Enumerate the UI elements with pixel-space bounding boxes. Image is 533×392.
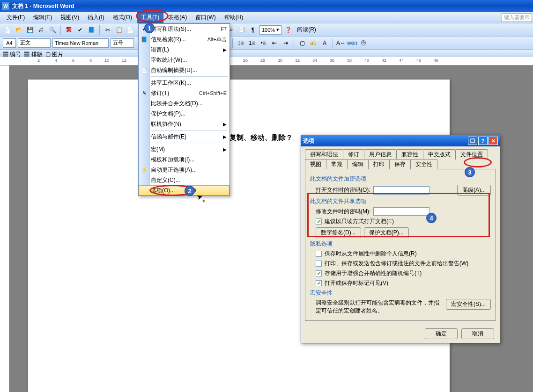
advanced-button[interactable]: 高级(A)... bbox=[457, 185, 491, 196]
zoom-combo[interactable]: 100% ▾ bbox=[259, 25, 281, 35]
priv2-checkbox[interactable] bbox=[316, 261, 322, 267]
line-spacing-icon[interactable]: ‡≡ bbox=[236, 38, 245, 48]
outdent-icon[interactable]: ⇤ bbox=[270, 38, 279, 48]
tab-fileloc[interactable]: 文件位置 bbox=[455, 149, 488, 160]
separator bbox=[232, 38, 233, 48]
tab-print[interactable]: 打印 bbox=[368, 159, 390, 169]
menu-bar: 文件(F) 编辑(E) 视图(V) 插入(I) 格式(O) 工具(T) 表格(A… bbox=[0, 12, 533, 23]
dd-customize[interactable]: 自定义(C)... bbox=[139, 175, 229, 185]
dd-options[interactable]: 选项(O)... bbox=[139, 185, 229, 196]
options-dialog: 选项 ❐ ? ✕ 拼写和语法 修订 用户信息 兼容性 中文版式 文件位置 视图 … bbox=[301, 135, 500, 343]
paste-icon[interactable]: 📄 bbox=[126, 25, 135, 35]
research-icon: 📘 bbox=[141, 36, 148, 43]
research-icon[interactable]: 📘 bbox=[87, 25, 96, 35]
dd-collab[interactable]: 联机协作(N)▶ bbox=[139, 119, 229, 129]
tab-spell[interactable]: 拼写和语法 bbox=[305, 149, 343, 160]
trackchanges-icon: ✎ bbox=[141, 89, 148, 97]
tab-security[interactable]: 安全性 bbox=[410, 159, 437, 169]
menu-insert[interactable]: 插入(I) bbox=[84, 13, 108, 22]
readonly-checkbox[interactable]: ✔ bbox=[316, 218, 322, 225]
tab-save[interactable]: 保存 bbox=[389, 159, 411, 169]
font-color-icon[interactable]: A bbox=[320, 38, 329, 48]
modifypw-input[interactable] bbox=[373, 207, 429, 216]
open-icon[interactable]: 📂 bbox=[14, 25, 23, 35]
tab-track[interactable]: 修订 bbox=[343, 149, 364, 160]
char-scale-icon[interactable]: A↔ bbox=[336, 38, 346, 48]
menu-format[interactable]: 格式(O) bbox=[109, 13, 136, 22]
cut-icon[interactable]: ✂ bbox=[103, 25, 112, 35]
dd-research[interactable]: 📘信息检索(R)...Alt+单击 bbox=[139, 34, 229, 44]
callout-badge-1: 1 bbox=[144, 23, 155, 33]
dd-sharedws[interactable]: 共享工作区(K)... bbox=[139, 78, 229, 88]
dd-wordcount[interactable]: 字数统计(W)... bbox=[139, 55, 229, 65]
show-marks-icon[interactable]: ¶ bbox=[248, 25, 258, 35]
font-combo[interactable]: Times New Roman bbox=[52, 38, 109, 48]
dd-autosummarize[interactable]: 📄自动编制摘要(U)... bbox=[139, 65, 229, 75]
highlight-icon[interactable]: ab bbox=[309, 38, 318, 48]
priv3-checkbox[interactable]: ✔ bbox=[316, 270, 322, 276]
dd-language[interactable]: 语言(L)▶ bbox=[139, 44, 229, 55]
style-combo[interactable]: 正文 bbox=[18, 38, 51, 48]
separator bbox=[99, 25, 100, 35]
spell-icon[interactable]: ✔ bbox=[75, 25, 85, 35]
fontsize-combo[interactable]: 五号 bbox=[111, 38, 134, 48]
priv4-checkbox[interactable]: ✔ bbox=[316, 280, 322, 286]
summary-icon: 📄 bbox=[141, 66, 148, 74]
menu-table[interactable]: 表格(A) bbox=[164, 13, 191, 22]
restore-icon[interactable]: ❐ bbox=[468, 137, 477, 145]
tab-view[interactable]: 视图 bbox=[305, 159, 326, 169]
lightning-icon: ⚡ bbox=[141, 166, 148, 174]
callout-badge-4: 4 bbox=[426, 213, 437, 223]
macrosec-button[interactable]: 宏安全性(S)... bbox=[446, 299, 491, 310]
menu-view[interactable]: 视图(V) bbox=[57, 13, 83, 22]
dialog-tabs: 拼写和语法 修订 用户信息 兼容性 中文版式 文件位置 视图 常规 编辑 打印 … bbox=[301, 146, 500, 169]
menu-tools[interactable]: 工具(T) bbox=[137, 12, 163, 23]
read-button[interactable]: 阅读(R) bbox=[295, 25, 318, 35]
picture-btn[interactable]: ▢ 图片 bbox=[45, 51, 63, 56]
help-search-box[interactable]: 键入需要帮 bbox=[502, 13, 532, 22]
enclose-icon[interactable]: ㊥ bbox=[359, 38, 368, 48]
window-title: 文档 1 - Microsoft Word bbox=[12, 2, 74, 10]
print-icon[interactable]: 🖨 bbox=[37, 25, 46, 35]
tab-compat[interactable]: 兼容性 bbox=[396, 149, 423, 160]
title-bar: W 文档 1 - Microsoft Word bbox=[0, 0, 533, 12]
dd-templates[interactable]: 模板和加载项(I)... bbox=[139, 154, 229, 165]
ok-button[interactable]: 确定 bbox=[425, 328, 458, 339]
menu-file[interactable]: 文件(F) bbox=[3, 13, 29, 22]
preview-icon[interactable]: 🔍 bbox=[48, 25, 57, 35]
menu-edit[interactable]: 编辑(E) bbox=[30, 13, 56, 22]
priv1-checkbox[interactable] bbox=[316, 251, 322, 257]
ruby-icon[interactable]: wén bbox=[348, 38, 357, 48]
docmap-icon[interactable]: 📑 bbox=[237, 25, 246, 35]
openpw-input[interactable] bbox=[373, 186, 429, 195]
tab-general[interactable]: 常规 bbox=[326, 159, 348, 169]
dd-trackchanges[interactable]: ✎修订(T)Ctrl+Shift+E bbox=[139, 88, 229, 98]
digsig-button[interactable]: 数字签名(D)... bbox=[316, 227, 361, 238]
indent-icon[interactable]: ⇥ bbox=[281, 38, 290, 48]
bullet-list-icon[interactable]: •≡ bbox=[259, 38, 268, 48]
cancel-button[interactable]: 取消 bbox=[461, 328, 494, 339]
save-icon[interactable]: 💾 bbox=[25, 25, 35, 35]
close-icon[interactable]: ✕ bbox=[489, 137, 498, 145]
border-icon[interactable]: ▢ bbox=[297, 38, 307, 48]
help-icon[interactable]: ? bbox=[478, 137, 488, 145]
dd-compare[interactable]: 比较并合并文档(D)... bbox=[139, 98, 229, 109]
layout-btn[interactable]: ☰ 排版 bbox=[24, 51, 42, 56]
dd-letters[interactable]: 信函与邮件(E)▶ bbox=[139, 131, 229, 142]
menu-help[interactable]: 帮助(H) bbox=[221, 13, 247, 22]
dd-protect[interactable]: 保护文档(P)... bbox=[139, 109, 229, 119]
dd-macro[interactable]: 宏(M)▶ bbox=[139, 144, 229, 154]
numbered-list-icon[interactable]: 1≡ bbox=[247, 38, 257, 48]
fan-icon[interactable]: 繁 bbox=[64, 25, 74, 35]
tab-edit[interactable]: 编辑 bbox=[347, 159, 369, 169]
dd-autocorrect[interactable]: ⚡自动更正选项(A)... bbox=[139, 165, 229, 175]
protectdoc-button[interactable]: 保护文档(P)... bbox=[364, 227, 409, 238]
new-doc-icon[interactable]: 📄 bbox=[3, 25, 12, 35]
menu-window[interactable]: 窗口(W) bbox=[192, 13, 219, 22]
copy-icon[interactable]: 📋 bbox=[114, 25, 124, 35]
numbering-btn[interactable]: ☰ 编号 bbox=[3, 51, 21, 56]
tab-cjk[interactable]: 中文版式 bbox=[423, 149, 456, 160]
style-indicator[interactable]: A4 bbox=[3, 38, 16, 48]
tab-user[interactable]: 用户信息 bbox=[364, 149, 397, 160]
help-icon[interactable]: ❓ bbox=[283, 25, 293, 35]
